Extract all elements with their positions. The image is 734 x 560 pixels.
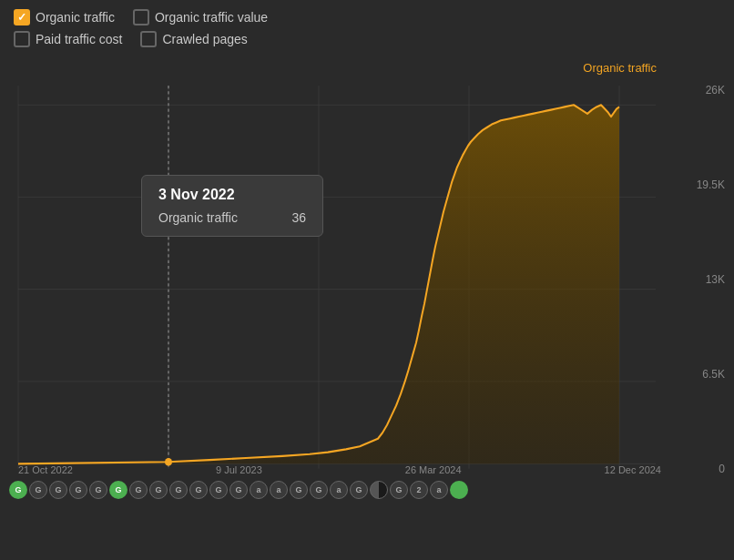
chart-svg (0, 56, 734, 503)
organic-traffic-value-legend[interactable]: Organic traffic value (133, 9, 268, 25)
y-label-0: 0 (697, 463, 725, 475)
x-label-mar2024: 26 Mar 2024 (405, 464, 462, 475)
tooltip: 3 Nov 2022 Organic traffic 36 (141, 175, 323, 237)
series-label: Organic traffic (583, 61, 657, 75)
tooltip-date: 3 Nov 2022 (158, 187, 306, 203)
paid-traffic-cost-legend[interactable]: Paid traffic cost (14, 31, 122, 47)
crawled-pages-label: Crawled pages (162, 32, 247, 46)
icon-g15: G (350, 481, 368, 499)
icon-g11: G (209, 481, 228, 499)
organic-traffic-value-label: Organic traffic value (155, 10, 268, 25)
icon-a1: a (250, 481, 268, 499)
icon-g2: G (29, 481, 47, 499)
y-label-65k: 6.5K (697, 368, 725, 381)
icon-g8: G (149, 481, 168, 499)
organic-traffic-legend[interactable]: Organic traffic (14, 9, 115, 25)
icon-green-last (450, 481, 468, 499)
y-label-13k: 13K (697, 273, 725, 286)
icon-a4: a (430, 481, 448, 499)
y-label-195k: 19.5K (697, 178, 725, 191)
icon-half1 (370, 481, 388, 499)
x-label-jul2023: 9 Jul 2023 (216, 464, 262, 475)
y-label-26k: 26K (697, 84, 725, 97)
icon-g13: G (290, 481, 308, 499)
paid-traffic-cost-label: Paid traffic cost (36, 32, 122, 46)
x-label-dec2024: 12 Dec 2024 (605, 464, 661, 475)
icon-g1: G (9, 481, 27, 499)
organic-traffic-label: Organic traffic (36, 10, 115, 25)
icon-g10: G (189, 481, 208, 499)
crawled-pages-checkbox[interactable] (140, 31, 157, 47)
icon-g7: G (129, 481, 148, 499)
x-label-oct2022: 21 Oct 2022 (18, 464, 73, 475)
tooltip-metric: Organic traffic (158, 210, 238, 225)
icon-2: 2 (410, 481, 428, 499)
tooltip-value: 36 (291, 210, 306, 225)
icon-g4: G (69, 481, 87, 499)
paid-traffic-cost-checkbox[interactable] (14, 31, 30, 47)
legend-row-2: Paid traffic cost Crawled pages (0, 31, 734, 56)
icon-g6: G (109, 481, 127, 499)
chart-area: Organic traffic 3 Nov 2022 (0, 56, 734, 503)
icon-g14: G (310, 481, 328, 499)
bottom-icons-row: G G G G G G G G G G G G a a G G a G G 2 … (0, 477, 661, 503)
crawled-pages-legend[interactable]: Crawled pages (140, 31, 247, 47)
icon-g16: G (390, 481, 408, 499)
legend-row-1: Organic traffic Organic traffic value (0, 0, 734, 31)
icon-a3: a (330, 481, 348, 499)
tooltip-row: Organic traffic 36 (158, 210, 306, 225)
icon-g12: G (229, 481, 248, 499)
organic-traffic-checkbox[interactable] (14, 9, 30, 25)
icon-g9: G (169, 481, 188, 499)
organic-traffic-value-checkbox[interactable] (133, 9, 149, 25)
icon-a2: a (270, 481, 288, 499)
icon-g5: G (89, 481, 107, 499)
icon-g3: G (49, 481, 67, 499)
